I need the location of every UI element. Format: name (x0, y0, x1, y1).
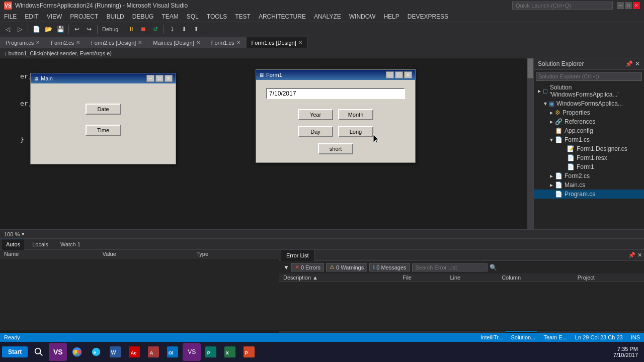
toolbar-fwd-btn[interactable]: ▷ (14, 24, 25, 35)
menu-team[interactable]: TEAM (157, 11, 182, 22)
menu-build[interactable]: BUILD (102, 11, 128, 22)
tree-item-maincs[interactable]: ▸ 📄 Main.cs (534, 180, 644, 190)
taskbar-ie-icon[interactable]: e (87, 343, 105, 361)
taskbar-search-icon[interactable] (30, 343, 48, 361)
taskbar-acrobat-icon[interactable]: Ac (125, 343, 143, 361)
taskbar-vs-icon[interactable]: VS (49, 343, 67, 361)
tree-item-form2cs[interactable]: ▸ 📄 Form2.cs (534, 171, 644, 180)
bottom-tab-watch1[interactable]: Watch 1 (56, 239, 85, 250)
tab-form2design[interactable]: Form2.cs [Design] ✕ (86, 37, 147, 48)
tree-item-form1designer[interactable]: ▸ 📝 Form1.Designer.cs (534, 144, 644, 153)
solution-explorer-pin-icon[interactable]: 📌 (625, 60, 633, 67)
tree-item-form1resx[interactable]: ▸ 📄 Form1.resx (534, 153, 644, 162)
tree-item-form1[interactable]: ▸ 📄 Form1 (534, 162, 644, 171)
toolbar-undo-btn[interactable]: ↩ (71, 24, 83, 35)
menu-tools[interactable]: TOOLS (203, 11, 231, 22)
day-button[interactable]: Day (298, 126, 333, 137)
tab-form2cs[interactable]: Form2.cs ✕ (45, 37, 86, 48)
form1-close[interactable]: ✕ (404, 71, 412, 78)
menu-window[interactable]: WINDOW (345, 11, 380, 22)
step-over-btn[interactable]: ⤵ (167, 24, 178, 35)
month-button[interactable]: Month (338, 109, 373, 120)
minimize-button[interactable]: ─ (617, 2, 624, 9)
bottom-tab-autos[interactable]: Autos (2, 239, 24, 250)
menu-devexpress[interactable]: DEVEXPRESS (404, 11, 452, 22)
tree-item-project[interactable]: ▾ ▣ WindowsFormsApplica... (534, 99, 644, 108)
tree-item-programcs[interactable]: ▸ 📄 Program.cs (534, 190, 644, 199)
solution-search-input[interactable] (536, 72, 642, 81)
tab-form1cs[interactable]: Form1.cs ✕ (206, 37, 246, 48)
taskbar-chrome-icon[interactable] (68, 343, 86, 361)
date-button[interactable]: Date (86, 104, 121, 115)
error-search-input[interactable] (412, 263, 488, 272)
tab-maindesign[interactable]: Main.cs [Design] ✕ (147, 37, 205, 48)
errors-badge[interactable]: ✕ 0 Errors (291, 263, 324, 272)
tab-maindesign-close[interactable]: ✕ (196, 40, 200, 45)
scrollbar-vertical[interactable] (527, 58, 533, 229)
form1-textbox[interactable] (266, 88, 405, 99)
taskbar-publisher-icon[interactable]: P (202, 343, 220, 361)
long-button[interactable]: Long (338, 126, 373, 137)
taskbar-outlook-icon[interactable]: Ol (164, 343, 182, 361)
error-search-icon[interactable]: 🔍 (490, 264, 497, 271)
zoom-dropdown-icon[interactable]: ▾ (22, 231, 25, 237)
taskbar-ppt-icon[interactable]: P (240, 343, 258, 361)
menu-help[interactable]: HELP (379, 11, 403, 22)
taskbar-excel-icon[interactable]: X (221, 343, 239, 361)
taskbar-access-icon[interactable]: A (144, 343, 163, 361)
toolbar-open-btn[interactable]: 📂 (43, 24, 54, 35)
tree-item-references[interactable]: ▸ 🔗 References (534, 117, 644, 126)
form1-maximize[interactable]: □ (395, 71, 403, 78)
restore-button[interactable]: □ (625, 2, 632, 9)
tab-programcs-close[interactable]: ✕ (36, 40, 40, 45)
toolbar-back-btn[interactable]: ◁ (2, 24, 13, 35)
toolbar-new-btn[interactable]: 📄 (31, 24, 42, 35)
taskbar-vs2-icon[interactable]: VS (183, 343, 201, 361)
step-out-btn[interactable]: ⬆ (191, 24, 202, 35)
scrollbar-thumb[interactable] (527, 58, 533, 78)
menu-project[interactable]: PROJECT (66, 11, 102, 22)
main-form-minimize[interactable]: ─ (146, 75, 154, 82)
taskbar-word-icon[interactable]: W (106, 343, 124, 361)
menu-edit[interactable]: EDIT (21, 11, 42, 22)
menu-file[interactable]: FILE (0, 11, 21, 22)
sort-icon[interactable]: ▲ (312, 275, 318, 281)
tree-item-form1cs[interactable]: ▾ 📄 Form1.cs (534, 135, 644, 144)
toolbar-save-btn[interactable]: 💾 (55, 24, 66, 35)
tab-form2design-close[interactable]: ✕ (138, 40, 142, 45)
start-button[interactable]: Start (2, 346, 28, 357)
menu-architecture[interactable]: ARCHITECTURE (255, 11, 310, 22)
time-button[interactable]: Time (86, 125, 121, 136)
warnings-badge[interactable]: ⚠ 0 Warnings (326, 263, 367, 272)
form1-minimize[interactable]: ─ (386, 71, 394, 78)
stop-btn[interactable]: ⏹ (138, 24, 149, 35)
step-into-btn[interactable]: ⬇ (179, 24, 190, 35)
main-form-close[interactable]: ✕ (165, 75, 173, 82)
menu-analyze[interactable]: ANALYZE (310, 11, 345, 22)
tab-form2cs-close[interactable]: ✕ (76, 40, 80, 45)
menu-test[interactable]: TEST (231, 11, 255, 22)
tree-item-properties[interactable]: ▸ ⚙ Properties (534, 108, 644, 117)
close-button[interactable]: ✕ (633, 2, 640, 9)
toolbar-redo-btn[interactable]: ↪ (84, 24, 95, 35)
tab-programcs[interactable]: Program.cs ✕ (0, 37, 45, 48)
error-list-tab[interactable]: Error List (281, 250, 314, 261)
menu-sql[interactable]: SQL (183, 11, 203, 22)
bottom-tab-locals[interactable]: Locals (28, 239, 52, 250)
tab-form1design-close[interactable]: ✕ (298, 40, 302, 45)
quick-launch-input[interactable] (512, 2, 613, 10)
close-error-panel-icon[interactable]: ✕ (637, 252, 642, 258)
pin-icon[interactable]: 📌 (628, 252, 635, 258)
messages-badge[interactable]: ℹ 0 Messages (369, 263, 410, 272)
short-button[interactable]: short (318, 143, 353, 154)
tree-item-appconfig[interactable]: ▸ 📋 App.config (534, 126, 644, 135)
menu-view[interactable]: VIEW (43, 11, 66, 22)
tab-form1cs-close[interactable]: ✕ (236, 40, 240, 45)
solution-explorer-close-icon[interactable]: ✕ (635, 60, 640, 67)
restart-btn[interactable]: ↺ (150, 24, 161, 35)
tree-item-solution[interactable]: ▸ ◻ Solution 'WindowsFormsApplica...' (534, 83, 644, 99)
main-form-maximize[interactable]: □ (155, 75, 164, 82)
menu-debug[interactable]: DEBUG (128, 11, 158, 22)
pause-btn[interactable]: ⏸ (126, 24, 137, 35)
filter-icon[interactable]: ▼ (283, 264, 289, 271)
